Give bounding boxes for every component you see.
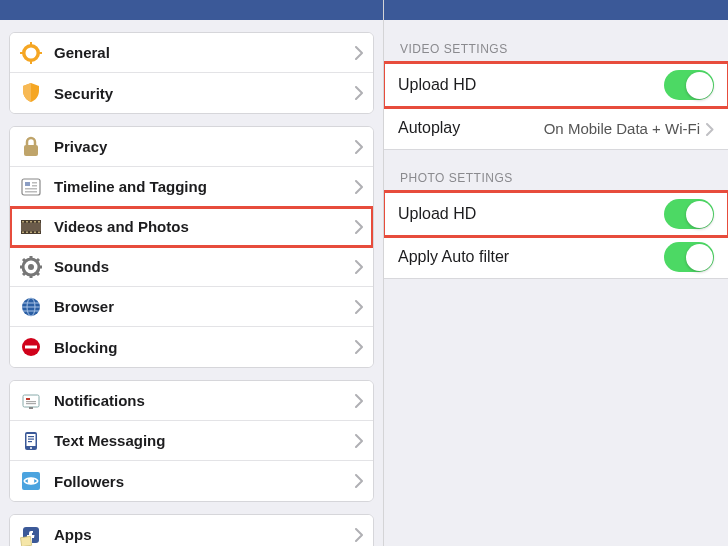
svg-rect-19 [34,221,36,223]
svg-point-1 [28,49,35,56]
row-label: Notifications [54,392,355,409]
followers-icon [20,470,42,492]
gear-gray-icon [20,256,42,278]
settings-timeline[interactable]: Timeline and Tagging [10,167,373,207]
svg-rect-2 [30,42,32,46]
nav-bar-right [384,0,728,20]
row-label: Videos and Photos [54,218,355,235]
svg-rect-10 [32,185,37,187]
settings-browser[interactable]: Browser [10,287,373,327]
section-header: PHOTO SETTINGS [384,149,728,192]
svg-rect-16 [22,221,24,223]
svg-rect-45 [29,407,33,409]
svg-rect-7 [22,179,40,195]
row-label: Text Messaging [54,432,355,449]
svg-line-32 [23,259,26,262]
svg-point-48 [30,447,32,449]
block-icon [20,336,42,358]
row-label: Followers [54,473,355,490]
shield-icon [20,82,42,104]
chevron-right-icon [355,86,363,100]
settings-followers[interactable]: Followers [10,461,373,501]
settings-list-scroll[interactable]: GeneralSecurityPrivacyTimeline and Taggi… [0,20,383,546]
chevron-right-icon [355,180,363,194]
sms-icon [20,430,42,452]
chevron-right-icon [355,260,363,274]
settings-videos-photos[interactable]: Videos and Photos [10,207,373,247]
svg-rect-12 [25,191,37,193]
svg-point-27 [28,264,34,270]
nav-bar-left [0,0,383,20]
detail-scroll[interactable]: VIDEO SETTINGSUpload HDAutoplayOn Mobile… [384,20,728,546]
row-label: Browser [54,298,355,315]
settings-notifications[interactable]: Notifications [10,381,373,421]
svg-rect-18 [30,221,32,223]
svg-rect-51 [28,441,32,442]
settings-text-messaging[interactable]: Text Messaging [10,421,373,461]
film-icon [20,216,42,238]
svg-rect-11 [25,188,37,190]
row-label: Privacy [54,138,355,155]
settings-group: AppsAds [9,514,374,546]
svg-rect-23 [30,231,32,233]
svg-rect-47 [27,434,36,446]
svg-rect-6 [24,145,38,156]
svg-rect-5 [38,52,42,54]
settings-privacy[interactable]: Privacy [10,127,373,167]
svg-line-33 [36,272,39,275]
svg-rect-3 [30,60,32,64]
chevron-right-icon [355,300,363,314]
chevron-right-icon [355,46,363,60]
svg-rect-8 [25,182,30,186]
globe-icon [20,296,42,318]
toggle-switch[interactable] [664,70,714,100]
setting-label: Upload HD [398,205,664,223]
row-label: Timeline and Tagging [54,178,355,195]
row-label: General [54,44,355,61]
chevron-right-icon [355,434,363,448]
lock-icon [20,136,42,158]
setting-label: Apply Auto filter [398,248,664,266]
svg-rect-49 [28,436,34,437]
setting-value: On Mobile Data + Wi-Fi [544,120,700,137]
settings-group: PrivacyTimeline and TaggingVideos and Ph… [9,126,374,368]
photo-auto-filter[interactable]: Apply Auto filter [384,235,728,279]
chevron-right-icon [355,220,363,234]
settings-general[interactable]: General [10,33,373,73]
svg-rect-21 [22,231,24,233]
setting-label: Autoplay [398,119,544,137]
timeline-icon [20,176,42,198]
section-header: VIDEO SETTINGS [384,20,728,63]
svg-rect-22 [26,231,28,233]
svg-rect-40 [25,346,37,349]
toggle-switch[interactable] [664,242,714,272]
photo-upload-hd[interactable]: Upload HD [384,192,728,236]
settings-blocking[interactable]: Blocking [10,327,373,367]
toggle-switch[interactable] [664,199,714,229]
settings-group: NotificationsText MessagingFollowers [9,380,374,502]
setting-label: Upload HD [398,76,664,94]
svg-rect-55 [20,536,31,546]
svg-rect-17 [26,221,28,223]
svg-point-53 [29,479,34,484]
row-label: Sounds [54,258,355,275]
chevron-right-icon [355,340,363,354]
apps-icon [20,524,42,546]
svg-rect-44 [26,403,36,404]
svg-rect-25 [38,231,40,233]
video-autoplay[interactable]: AutoplayOn Mobile Data + Wi-Fi [384,106,728,150]
settings-apps[interactable]: Apps [10,515,373,546]
row-label: Security [54,85,355,102]
video-upload-hd[interactable]: Upload HD [384,63,728,107]
chevron-right-icon [355,140,363,154]
svg-rect-20 [38,221,40,223]
svg-line-34 [36,259,39,262]
svg-rect-9 [32,182,37,184]
settings-security[interactable]: Security [10,73,373,113]
settings-list-panel: GeneralSecurityPrivacyTimeline and Taggi… [0,0,384,546]
svg-line-35 [23,272,26,275]
svg-rect-24 [34,231,36,233]
settings-group: GeneralSecurity [9,32,374,114]
settings-sounds[interactable]: Sounds [10,247,373,287]
chevron-right-icon [355,528,363,542]
